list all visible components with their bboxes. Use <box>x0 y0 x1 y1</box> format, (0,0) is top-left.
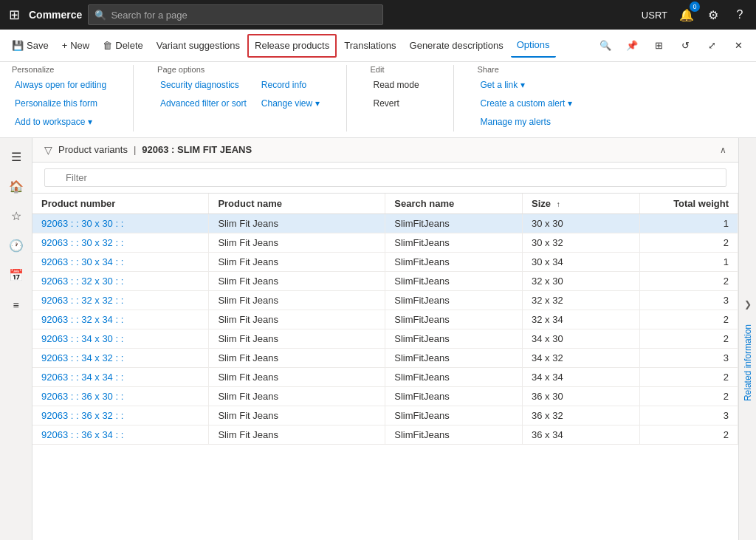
table-row[interactable]: 92063 : : 30 x 30 : :Slim Fit JeansSlimF… <box>32 213 738 233</box>
toolbar-app-button[interactable]: ⊞ <box>647 34 670 58</box>
ribbon-group-share: Share Get a link ▾ Create a custom alert… <box>478 65 575 131</box>
cell-size: 34 x 32 <box>523 348 640 367</box>
cell-product-number[interactable]: 92063 : : 36 x 30 : : <box>32 386 209 406</box>
ribbon-security-diagnostics[interactable]: Security diagnostics <box>157 77 250 94</box>
sidebar-icon-home[interactable]: 🏠 <box>3 174 30 200</box>
table-row[interactable]: 92063 : : 36 x 30 : :Slim Fit JeansSlimF… <box>32 386 738 406</box>
cell-product-number[interactable]: 92063 : : 30 x 32 : : <box>32 233 209 252</box>
ribbon-read-mode[interactable]: Read mode <box>371 77 422 94</box>
ribbon-change-view[interactable]: Change view ▾ <box>258 95 323 112</box>
cell-total-weight: 2 <box>640 271 738 290</box>
toolbar-pin-button[interactable]: 📌 <box>620 34 644 58</box>
cell-product-number[interactable]: 92063 : : 34 x 30 : : <box>32 329 209 348</box>
ribbon-edit-items: Read mode Revert <box>371 77 430 112</box>
sidebar-icon-list[interactable]: ≡ <box>3 292 30 318</box>
toolbar-refresh-button[interactable]: ↺ <box>673 34 697 58</box>
cell-total-weight: 2 <box>640 367 738 386</box>
generate-descriptions-button[interactable]: Generate descriptions <box>404 34 509 58</box>
user-label[interactable]: USRT <box>639 8 670 22</box>
cell-search-name: SlimFitJeans <box>385 233 523 252</box>
translations-button[interactable]: Translations <box>338 34 402 58</box>
table-row[interactable]: 92063 : : 34 x 32 : :Slim Fit JeansSlimF… <box>32 348 738 367</box>
ribbon-share-items: Get a link ▾ Create a custom alert ▾ Man… <box>478 77 575 131</box>
help-icon[interactable]: ? <box>729 4 750 25</box>
cell-product-number[interactable]: 92063 : : 30 x 30 : : <box>32 213 209 233</box>
toolbar-close-button[interactable]: ✕ <box>726 34 750 58</box>
content-title-sub: 92063 : SLIM FIT JEANS <box>142 144 252 155</box>
notification-bell[interactable]: 🔔 0 <box>676 4 697 25</box>
cell-product-number[interactable]: 92063 : : 32 x 32 : : <box>32 290 209 310</box>
cell-product-name: Slim Fit Jeans <box>209 271 385 290</box>
table-row[interactable]: 92063 : : 34 x 34 : :Slim Fit JeansSlimF… <box>32 367 738 386</box>
gear-icon[interactable]: ⚙ <box>703 4 724 25</box>
content-header: ▽ Product variants | 92063 : SLIM FIT JE… <box>32 138 738 163</box>
cell-product-number[interactable]: 92063 : : 36 x 32 : : <box>32 406 209 425</box>
ribbon-divider-3 <box>453 65 454 131</box>
right-panel: ❯ Related information <box>738 138 756 540</box>
new-button[interactable]: + New <box>56 34 96 58</box>
cell-product-number[interactable]: 92063 : : 34 x 34 : : <box>32 367 209 386</box>
table-row[interactable]: 92063 : : 32 x 30 : :Slim Fit JeansSlimF… <box>32 271 738 290</box>
sidebar-icon-recent[interactable]: 🕐 <box>3 233 30 259</box>
cell-product-name: Slim Fit Jeans <box>209 386 385 406</box>
app-logo: Commerce <box>29 9 82 21</box>
global-search[interactable]: 🔍 Search for a page <box>88 4 383 25</box>
product-variants-table: Product number Product name Search name … <box>32 194 738 445</box>
cell-search-name: SlimFitJeans <box>385 213 523 233</box>
table-row[interactable]: 92063 : : 36 x 34 : :Slim Fit JeansSlimF… <box>32 425 738 444</box>
options-button[interactable]: Options <box>511 34 556 58</box>
col-header-size[interactable]: Size ↑ <box>523 194 640 214</box>
delete-button[interactable]: 🗑 Delete <box>97 34 149 58</box>
col-header-product-number[interactable]: Product number <box>32 194 209 214</box>
ribbon-personalize-form[interactable]: Personalize this form <box>12 95 109 112</box>
release-products-button[interactable]: Release products <box>247 34 337 58</box>
cell-product-number[interactable]: 92063 : : 32 x 34 : : <box>32 310 209 329</box>
ribbon-record-info[interactable]: Record info <box>258 77 323 94</box>
save-button[interactable]: 💾 Save <box>6 34 55 58</box>
cell-total-weight: 1 <box>640 213 738 233</box>
table-row[interactable]: 92063 : : 36 x 32 : :Slim Fit JeansSlimF… <box>32 406 738 425</box>
ribbon-always-open[interactable]: Always open for editing <box>12 77 109 94</box>
collapse-button[interactable]: ∧ <box>720 145 726 155</box>
cell-search-name: SlimFitJeans <box>385 252 523 271</box>
table-row[interactable]: 92063 : : 30 x 34 : :Slim Fit JeansSlimF… <box>32 252 738 271</box>
cell-product-number[interactable]: 92063 : : 30 x 34 : : <box>32 252 209 271</box>
ribbon-get-link[interactable]: Get a link ▾ <box>478 77 575 94</box>
toolbar-search-button[interactable]: 🔍 <box>594 34 617 58</box>
content-title-group: ▽ Product variants | 92063 : SLIM FIT JE… <box>44 144 252 156</box>
col-header-search-name[interactable]: Search name <box>385 194 523 214</box>
ribbon-divider-2 <box>346 65 347 131</box>
table-container: Product number Product name Search name … <box>32 194 738 540</box>
cell-size: 30 x 34 <box>523 252 640 271</box>
related-information-label[interactable]: Related information <box>740 318 756 407</box>
toolbar-popout-button[interactable]: ⤢ <box>700 34 724 58</box>
notification-count: 0 <box>690 1 700 12</box>
cell-product-number[interactable]: 92063 : : 36 x 34 : : <box>32 425 209 444</box>
sidebar-icon-menu[interactable]: ☰ <box>3 144 30 171</box>
table-row[interactable]: 92063 : : 32 x 34 : :Slim Fit JeansSlimF… <box>32 310 738 329</box>
grid-icon[interactable]: ⊞ <box>6 4 23 26</box>
ribbon-custom-alert[interactable]: Create a custom alert ▾ <box>478 95 575 112</box>
filter-input[interactable] <box>44 168 726 187</box>
cell-search-name: SlimFitJeans <box>385 386 523 406</box>
col-header-total-weight[interactable]: Total weight <box>640 194 738 214</box>
cell-product-number[interactable]: 92063 : : 34 x 32 : : <box>32 348 209 367</box>
ribbon-revert[interactable]: Revert <box>371 95 422 112</box>
filter-icon[interactable]: ▽ <box>44 144 52 156</box>
table-row[interactable]: 92063 : : 34 x 30 : :Slim Fit JeansSlimF… <box>32 329 738 348</box>
col-header-product-name[interactable]: Product name <box>209 194 385 214</box>
cell-product-number[interactable]: 92063 : : 32 x 30 : : <box>32 271 209 290</box>
variant-suggestions-button[interactable]: Variant suggestions <box>151 34 246 58</box>
cell-total-weight: 2 <box>640 329 738 348</box>
cell-search-name: SlimFitJeans <box>385 406 523 425</box>
sidebar-icon-favorites[interactable]: ☆ <box>3 203 30 230</box>
search-icon: 🔍 <box>94 10 106 21</box>
ribbon-advanced-filter[interactable]: Advanced filter or sort <box>157 95 250 112</box>
right-panel-collapse[interactable]: ❯ <box>741 296 755 312</box>
ribbon-manage-alerts[interactable]: Manage my alerts <box>478 114 575 131</box>
table-row[interactable]: 92063 : : 30 x 32 : :Slim Fit JeansSlimF… <box>32 233 738 252</box>
cell-size: 30 x 32 <box>523 233 640 252</box>
ribbon-add-workspace[interactable]: Add to workspace ▾ <box>12 114 109 131</box>
sidebar-icon-workspaces[interactable]: 📅 <box>3 262 30 289</box>
table-row[interactable]: 92063 : : 32 x 32 : :Slim Fit JeansSlimF… <box>32 290 738 310</box>
